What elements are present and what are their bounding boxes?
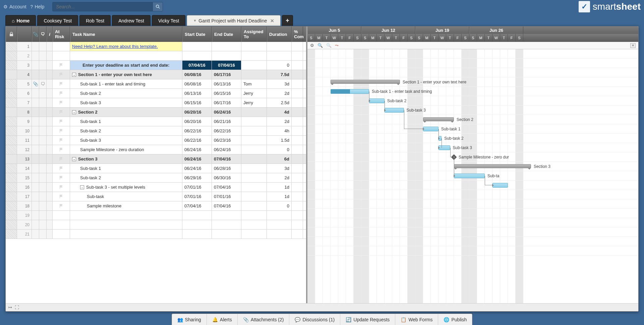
comment-cell[interactable] — [39, 154, 47, 164]
end-date-cell[interactable]: 06/28/16 — [212, 164, 241, 173]
start-date-cell[interactable]: 07/04/16 — [182, 61, 212, 70]
col-comment[interactable]: 🗨 — [39, 26, 47, 42]
duration-cell[interactable]: 2d — [267, 89, 292, 98]
col-start-date[interactable]: Start Date — [182, 26, 212, 42]
end-date-cell[interactable]: 07/04/16 — [212, 154, 241, 164]
end-date-cell[interactable]: 07/04/16 — [212, 61, 241, 70]
task-cell[interactable]: Sub-task 1 — [70, 117, 182, 126]
pct-cell[interactable] — [292, 51, 303, 60]
duration-cell[interactable]: 0 — [267, 201, 292, 210]
table-row[interactable]: 14Sub-task 106/24/1606/28/163d — [6, 164, 306, 173]
table-row[interactable]: 19 — [6, 211, 306, 220]
risk-cell[interactable] — [53, 201, 70, 210]
assigned-cell[interactable] — [241, 126, 267, 135]
end-date-cell[interactable]: 07/01/16 — [212, 192, 241, 201]
comment-cell[interactable] — [39, 192, 47, 201]
attachment-cell[interactable] — [32, 108, 39, 117]
start-date-cell[interactable]: 06/24/16 — [182, 145, 212, 154]
task-cell[interactable]: Enter your deadline as start and end dat… — [70, 61, 182, 70]
row-number[interactable]: 5 — [17, 79, 32, 88]
end-date-cell[interactable]: 06/21/16 — [212, 117, 241, 126]
assigned-cell[interactable] — [241, 173, 267, 182]
end-date-cell[interactable] — [212, 211, 241, 220]
assigned-cell[interactable]: Jerry — [241, 89, 267, 98]
assigned-cell[interactable] — [241, 70, 267, 79]
row-number[interactable]: 20 — [17, 220, 32, 229]
comment-cell[interactable] — [39, 51, 47, 60]
row-number[interactable]: 16 — [17, 183, 32, 192]
attachment-cell[interactable] — [32, 126, 39, 135]
duration-cell[interactable] — [267, 51, 292, 60]
zoom-out-icon[interactable]: 🔍 — [317, 43, 323, 48]
critical-path-icon[interactable]: ⤳ — [335, 43, 339, 48]
col-info[interactable]: i — [47, 26, 53, 42]
task-cell[interactable]: Sub-task 2 — [70, 173, 182, 182]
assigned-cell[interactable] — [241, 154, 267, 164]
tab-home[interactable]: ⌂Home — [5, 15, 36, 26]
duration-cell[interactable]: 2d — [267, 117, 292, 126]
comment-cell[interactable] — [39, 98, 47, 107]
comment-cell[interactable] — [39, 230, 47, 239]
col-pct[interactable]: % Com — [292, 26, 303, 42]
assigned-cell[interactable] — [241, 201, 267, 210]
end-date-cell[interactable]: 06/17/16 — [212, 98, 241, 107]
sharing-button[interactable]: 👥Sharing — [172, 314, 207, 325]
gantt-task-bar[interactable] — [331, 89, 369, 94]
update-requests-button[interactable]: 🔄Update Requests — [340, 314, 395, 325]
close-icon[interactable]: ✕ — [270, 18, 274, 23]
start-date-cell[interactable]: 06/22/16 — [182, 126, 212, 135]
pct-cell[interactable] — [292, 98, 303, 107]
comment-cell[interactable] — [39, 201, 47, 210]
end-date-cell[interactable]: 07/04/16 — [212, 183, 241, 192]
pct-cell[interactable] — [292, 211, 303, 220]
start-date-cell[interactable]: 06/24/16 — [182, 164, 212, 173]
expander-icon[interactable]: - — [72, 157, 76, 161]
assigned-cell[interactable] — [241, 192, 267, 201]
gantt-summary-bar[interactable] — [423, 117, 454, 121]
task-cell[interactable]: Sub-task 2 — [70, 89, 182, 98]
publish-button[interactable]: 🌐Publish — [438, 314, 472, 325]
start-date-cell[interactable]: 06/20/16 — [182, 117, 212, 126]
row-number[interactable]: 11 — [17, 136, 32, 145]
assigned-cell[interactable] — [241, 183, 267, 192]
pct-cell[interactable] — [292, 220, 303, 229]
attachment-cell[interactable] — [32, 220, 39, 229]
risk-cell[interactable] — [53, 136, 70, 145]
comment-cell[interactable] — [39, 42, 47, 51]
row-number[interactable]: 6 — [17, 89, 32, 98]
table-row[interactable]: 15Sub-task 206/29/1606/30/162d — [6, 173, 306, 183]
attachment-cell[interactable] — [32, 136, 39, 145]
row-number[interactable]: 8 — [17, 108, 32, 117]
task-cell[interactable]: -Sub-task 3 - set multiple levels — [70, 183, 182, 192]
pct-cell[interactable] — [292, 154, 303, 164]
task-cell[interactable]: Sample Milestone - zero duration — [70, 145, 182, 154]
help-link[interactable]: Need Help? Learn more about this templat… — [72, 44, 158, 49]
row-number[interactable]: 7 — [17, 98, 32, 107]
gantt-task-bar[interactable] — [385, 108, 404, 113]
row-number[interactable]: 18 — [17, 201, 32, 210]
gantt-summary-bar[interactable] — [454, 164, 531, 168]
risk-cell[interactable] — [53, 164, 70, 173]
col-assigned[interactable]: Assigned To — [241, 26, 267, 42]
assigned-cell[interactable] — [241, 230, 267, 239]
task-cell[interactable] — [70, 211, 182, 220]
comment-cell[interactable] — [39, 117, 47, 126]
attachment-cell[interactable] — [32, 173, 39, 182]
table-row[interactable]: 1Need Help? Learn more about this templa… — [6, 42, 306, 51]
task-cell[interactable]: -Section 3 — [70, 154, 182, 164]
risk-cell[interactable] — [53, 117, 70, 126]
attachment-cell[interactable] — [32, 211, 39, 220]
expander-icon[interactable]: - — [72, 73, 76, 77]
risk-cell[interactable] — [53, 42, 70, 51]
start-date-cell[interactable] — [182, 51, 212, 60]
duration-cell[interactable]: 0 — [267, 145, 292, 154]
task-cell[interactable]: Sub-task 1 - enter task and timing — [70, 79, 182, 88]
duration-cell[interactable]: 7.5d — [267, 70, 292, 79]
attachment-cell[interactable] — [32, 192, 39, 201]
assigned-cell[interactable] — [241, 117, 267, 126]
attachment-cell[interactable] — [32, 89, 39, 98]
task-cell[interactable]: Sub-task 3 — [70, 136, 182, 145]
attachments-button[interactable]: 📎Attachments (2) — [238, 314, 290, 325]
row-number[interactable]: 13 — [17, 154, 32, 164]
comment-cell[interactable] — [39, 211, 47, 220]
